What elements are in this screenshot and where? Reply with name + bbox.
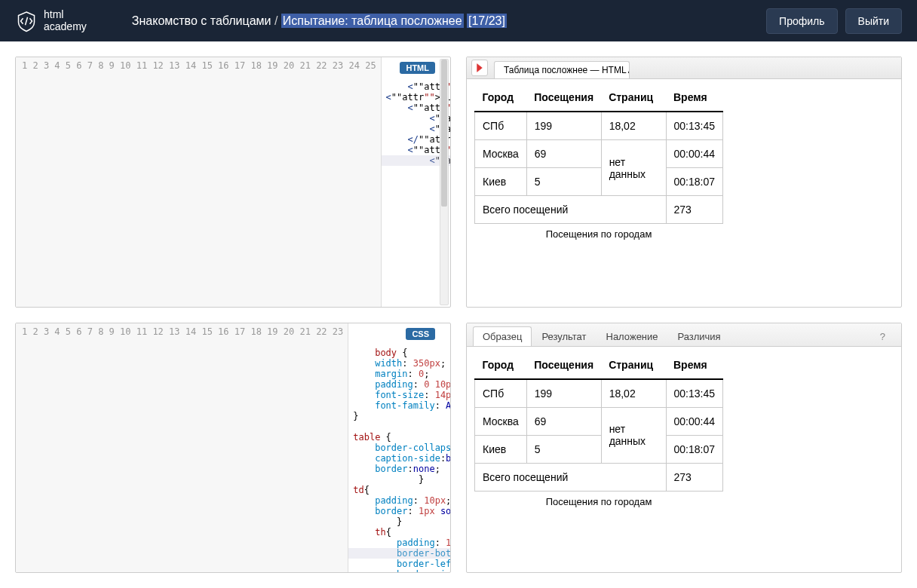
- table-cell: 18,02: [601, 379, 666, 408]
- table-header: Посещения: [526, 84, 601, 112]
- table-header: Время: [666, 351, 723, 379]
- data-table: Посещения по городамГородПосещенияСтрани…: [474, 84, 723, 244]
- sample-tabs: Образец Результат Наложение Различия ?: [467, 323, 901, 347]
- table-footer-value: 273: [666, 196, 723, 224]
- table-cell: Москва: [475, 140, 527, 168]
- logo[interactable]: html academy: [15, 9, 87, 32]
- table-row: Киев500:18:07: [475, 435, 723, 463]
- table-row: Москва69нет данных00:00:44: [475, 407, 723, 435]
- table-header: Время: [666, 84, 723, 112]
- html-scrollbar[interactable]: [440, 59, 449, 305]
- table-row: СПб19918,0200:13:45: [475, 112, 723, 140]
- sample-body: Посещения по городамГородПосещенияСтрани…: [467, 347, 901, 573]
- css-code[interactable]: body { width: 350px; margin: 0; padding:…: [348, 323, 450, 573]
- table-cell-merged: нет данных: [601, 140, 666, 196]
- tab-overlay[interactable]: Наложение: [597, 326, 668, 346]
- table-header: Посещения: [526, 351, 601, 379]
- table-cell: Киев: [475, 168, 527, 196]
- table-footer-value: 273: [666, 463, 723, 491]
- table-header: Страниц: [601, 351, 666, 379]
- table-cell: 199: [526, 379, 601, 408]
- table-cell: 00:13:45: [666, 379, 723, 408]
- css-gutter: 1 2 3 4 5 6 7 8 9 10 11 12 13 14 15 16 1…: [16, 323, 348, 573]
- logo-text: html academy: [44, 9, 87, 32]
- tab-result[interactable]: Результат: [532, 326, 596, 346]
- logout-button[interactable]: Выйти: [845, 8, 902, 34]
- table-cell: 00:13:45: [666, 112, 723, 140]
- table-header: Город: [475, 351, 527, 379]
- table-cell: 69: [526, 407, 601, 435]
- css-badge: CSS: [406, 328, 435, 340]
- table-row-footer: Всего посещений273: [475, 196, 723, 224]
- workspace: 1 2 3 4 5 6 7 8 9 10 11 12 13 14 15 16 1…: [0, 41, 917, 588]
- table-cell: СПб: [475, 379, 527, 408]
- breadcrumb-counter: [17/23]: [467, 14, 507, 28]
- table-footer-label: Всего посещений: [475, 196, 667, 224]
- preview-panel: Таблица посложнее — HTML Acad Посещения …: [466, 57, 902, 308]
- table-row: Киев500:18:07: [475, 168, 723, 196]
- logo-icon: [15, 10, 38, 32]
- breadcrumb-task[interactable]: Испытание: таблица посложнее: [281, 14, 464, 28]
- html-editor-panel: 1 2 3 4 5 6 7 8 9 10 11 12 13 14 15 16 1…: [15, 57, 451, 308]
- breadcrumb: Знакомство с таблицами / Испытание: табл…: [132, 14, 766, 28]
- table-cell: Москва: [475, 407, 527, 435]
- table-cell: 5: [526, 435, 601, 463]
- table-cell: СПб: [475, 112, 527, 140]
- browser-chrome: Таблица посложнее — HTML Acad: [467, 57, 901, 79]
- table-header: Страниц: [601, 84, 666, 112]
- tab-help[interactable]: ?: [870, 326, 895, 346]
- table-row-footer: Всего посещений273: [475, 463, 723, 491]
- header-buttons: Профиль Выйти: [766, 8, 902, 34]
- profile-button[interactable]: Профиль: [766, 8, 837, 34]
- sample-panel: Образец Результат Наложение Различия ? П…: [466, 323, 902, 574]
- table-footer-label: Всего посещений: [475, 463, 667, 491]
- table-header: Город: [475, 84, 527, 112]
- table-cell: 00:18:07: [666, 435, 723, 463]
- html-badge: HTML: [400, 62, 435, 74]
- browser-icon: [471, 60, 488, 76]
- table-cell: 18,02: [601, 112, 666, 140]
- table-caption: Посещения по городам: [474, 224, 723, 244]
- table-cell: 00:00:44: [666, 140, 723, 168]
- table-cell: 00:00:44: [666, 407, 723, 435]
- table-cell-merged: нет данных: [601, 407, 666, 463]
- table-cell: 5: [526, 168, 601, 196]
- breadcrumb-course[interactable]: Знакомство с таблицами: [132, 14, 271, 27]
- table-cell: 00:18:07: [666, 168, 723, 196]
- html-gutter: 1 2 3 4 5 6 7 8 9 10 11 12 13 14 15 16 1…: [16, 57, 382, 307]
- table-caption: Посещения по городам: [474, 492, 723, 512]
- breadcrumb-sep: /: [271, 14, 281, 27]
- table-cell: Киев: [475, 435, 527, 463]
- table-cell: 199: [526, 112, 601, 140]
- table-row: Москва69нет данных00:00:44: [475, 140, 723, 168]
- table-row: СПб19918,0200:13:45: [475, 379, 723, 408]
- preview-body: Посещения по городамГородПосещенияСтрани…: [467, 79, 901, 307]
- app-header: html academy Знакомство с таблицами / Ис…: [0, 0, 917, 41]
- data-table: Посещения по городамГородПосещенияСтрани…: [474, 351, 723, 512]
- browser-tab[interactable]: Таблица посложнее — HTML Acad: [494, 61, 630, 78]
- table-cell: 69: [526, 140, 601, 168]
- tab-diff[interactable]: Различия: [668, 326, 731, 346]
- tab-sample[interactable]: Образец: [473, 326, 532, 346]
- css-editor-panel: 1 2 3 4 5 6 7 8 9 10 11 12 13 14 15 16 1…: [15, 323, 451, 574]
